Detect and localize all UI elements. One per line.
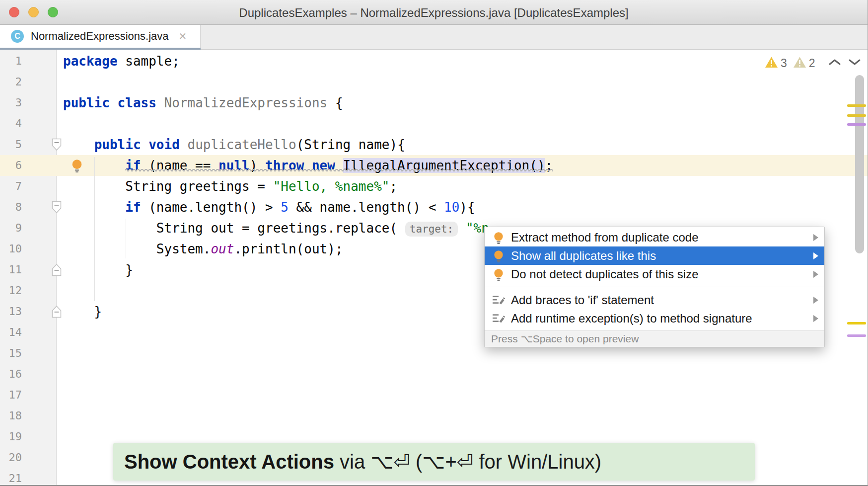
editor-tab-bar: C NormalizedExpressions.java ✕: [0, 25, 868, 50]
code-line[interactable]: package sample;: [63, 51, 553, 72]
menu-item-label: Do not detect duplicates of this size: [511, 267, 699, 281]
menu-item[interactable]: Extract method from duplicate code: [485, 228, 824, 246]
code-line[interactable]: [63, 280, 553, 301]
menu-item[interactable]: Show all duplicates like this: [485, 246, 824, 265]
code-line[interactable]: public void duplicateHello(String name){: [63, 134, 553, 155]
banner-action-name: Show Context Actions: [124, 451, 334, 473]
title-bar: DuplicatesExamples – NormalizedExpressio…: [0, 0, 868, 25]
submenu-arrow-icon: [813, 315, 818, 322]
code-segment: ){: [459, 200, 475, 215]
intention-bulb[interactable]: [70, 159, 84, 174]
fold-marker-icon[interactable]: [52, 138, 62, 151]
code-segment: System.: [63, 242, 211, 256]
code-segment: [180, 137, 188, 152]
fold-marker[interactable]: [52, 138, 62, 153]
warning-triangle[interactable]: [765, 56, 778, 71]
menu-item[interactable]: Add braces to 'if' statement: [485, 291, 824, 309]
code-segment: class: [118, 95, 156, 110]
line-numbers: 123456789101112131415161718192021: [0, 51, 22, 486]
code-segment: }: [63, 304, 102, 319]
stripe-mark[interactable]: [847, 114, 866, 117]
line-number: 3: [0, 92, 22, 113]
code-area[interactable]: package sample;public class NormalizedEx…: [63, 51, 553, 486]
code-line[interactable]: if (name == null) throw new IllegalArgum…: [63, 155, 553, 176]
context-actions-popup: Extract method from duplicate codeShow a…: [484, 227, 825, 347]
code-line[interactable]: String out = greetings.replace( target: …: [63, 218, 553, 239]
code-segment: 10: [444, 200, 459, 215]
submenu-arrow-icon: [813, 297, 818, 304]
line-number: 2: [0, 72, 22, 92]
lightbulb-icon: [492, 249, 505, 262]
code-segment: && name.length() <: [289, 200, 444, 215]
code-line[interactable]: }: [63, 301, 553, 322]
code-segment: String out = greetings.replace(: [63, 221, 405, 236]
stripe-mark[interactable]: [847, 322, 866, 324]
warning-icon: [765, 56, 778, 69]
line-number: 8: [0, 197, 22, 218]
fold-marker[interactable]: [52, 305, 62, 320]
chevron-down-button[interactable]: [848, 58, 861, 68]
code-line[interactable]: [63, 72, 553, 92]
code-line[interactable]: [63, 364, 553, 385]
fold-marker-icon[interactable]: [52, 201, 62, 214]
code-segment: out: [211, 242, 234, 256]
code-segment: target:: [405, 222, 458, 237]
code-line[interactable]: public class NormalizedExpressions {: [63, 92, 553, 113]
menu-item[interactable]: Do not detect duplicates of this size: [485, 265, 824, 283]
ide-window: DuplicatesExamples – NormalizedExpressio…: [0, 0, 868, 486]
code-editor[interactable]: 123456789101112131415161718192021 packag…: [0, 50, 868, 486]
code-line[interactable]: [63, 322, 553, 343]
line-number: 16: [0, 364, 22, 385]
code-line[interactable]: String greetings = "Hello, %name%";: [63, 176, 553, 197]
menu-item-label: Extract method from duplicate code: [511, 231, 699, 244]
chevron-down-icon: [848, 58, 861, 66]
line-number: 12: [0, 280, 22, 301]
code-segment: if: [125, 158, 141, 173]
code-line[interactable]: [63, 405, 553, 426]
submenu-arrow-icon: [813, 234, 818, 241]
code-segment: void: [148, 137, 180, 152]
line-number: 15: [0, 343, 22, 364]
code-segment: new: [312, 158, 335, 173]
menu-item-label: Add runtime exception(s) to method signa…: [511, 312, 752, 325]
code-segment: [156, 95, 164, 110]
line-number: 10: [0, 239, 22, 259]
chevron-up-button[interactable]: [828, 58, 841, 68]
code-line[interactable]: if (name.length() > 5 && name.length() <…: [63, 197, 553, 218]
code-segment: [458, 221, 466, 236]
scrollbar-thumb[interactable]: [855, 75, 864, 253]
edit-pencil-icon: [492, 312, 505, 325]
line-number: 18: [0, 405, 22, 426]
fold-marker[interactable]: [52, 201, 62, 216]
menu-item-label: Add braces to 'if' statement: [511, 293, 654, 307]
line-number: 4: [0, 113, 22, 134]
code-segment: [335, 158, 343, 173]
code-segment: {: [327, 95, 343, 110]
code-segment: IllegalArgumentException(): [343, 158, 545, 173]
menu-item[interactable]: Add runtime exception(s) to method signa…: [485, 309, 824, 327]
code-segment: [110, 95, 118, 110]
fold-marker[interactable]: [52, 263, 62, 278]
code-segment: duplicateHello: [187, 137, 296, 152]
stripe-mark[interactable]: [847, 334, 866, 337]
warning-count[interactable]: 2: [809, 57, 815, 70]
code-line[interactable]: [63, 343, 553, 364]
code-segment: NormalizedExpressions: [164, 95, 328, 110]
tab-normalizedexpressions[interactable]: C NormalizedExpressions.java ✕: [0, 25, 201, 48]
tab-close-icon[interactable]: ✕: [179, 30, 187, 42]
code-line[interactable]: System.out.println(out);: [63, 239, 553, 259]
lightbulb-icon: [492, 268, 505, 281]
code-line[interactable]: [63, 113, 553, 134]
stripe-mark[interactable]: [847, 104, 866, 107]
stripe-mark[interactable]: [847, 123, 866, 126]
java-class-icon: C: [11, 30, 24, 43]
code-segment: "Hello, %name%": [273, 179, 390, 194]
fold-marker-icon[interactable]: [52, 305, 62, 318]
weak-warning-triangle[interactable]: [793, 56, 806, 71]
code-segment: package: [63, 54, 118, 69]
line-number: 7: [0, 176, 22, 197]
fold-marker-icon[interactable]: [52, 263, 62, 276]
code-line[interactable]: [63, 385, 553, 405]
code-line[interactable]: }: [63, 259, 553, 280]
warning-count[interactable]: 3: [781, 57, 787, 70]
